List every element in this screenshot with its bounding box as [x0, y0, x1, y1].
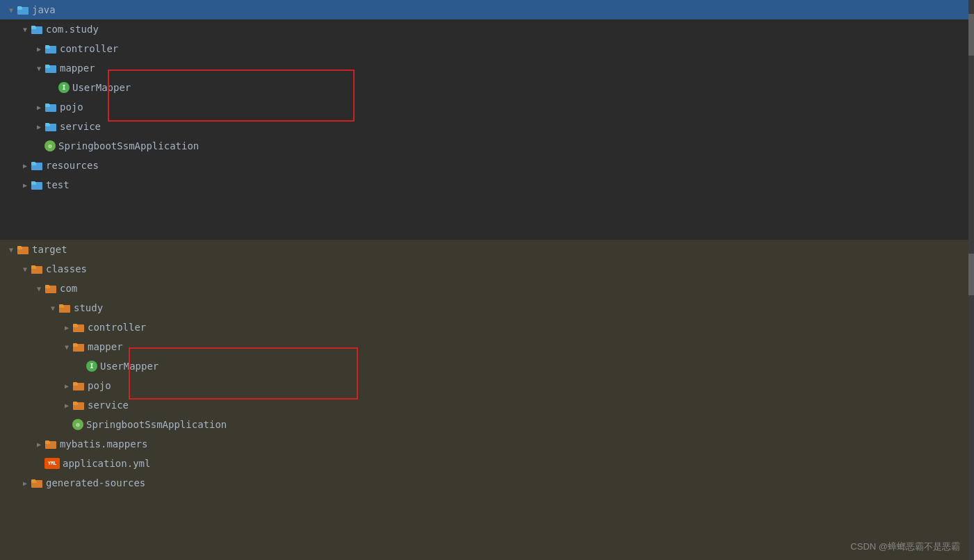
scrollbar-top[interactable]: [968, 0, 974, 240]
label-mapper-top: mapper: [60, 63, 95, 74]
tree-item-application-yml[interactable]: YMLapplication.yml: [0, 454, 974, 473]
svg-rect-26: [17, 246, 22, 248]
svg-rect-50: [45, 440, 49, 443]
svg-rect-53: [31, 479, 35, 481]
tree-item-java[interactable]: java: [0, 0, 974, 19]
tree-item-mapper-bottom[interactable]: mapper: [0, 337, 974, 356]
label-com-study: com.study: [46, 24, 99, 35]
tree-item-com[interactable]: com: [0, 279, 974, 298]
tree-item-pojo-bottom[interactable]: pojo: [0, 376, 974, 395]
svg-rect-2: [17, 6, 22, 8]
label-generated-sources: generated-sources: [46, 477, 145, 488]
label-usermapper-bottom: UserMapper: [100, 361, 159, 372]
label-application-yml: application.yml: [63, 458, 150, 469]
arrow-controller-bottom: [61, 322, 72, 333]
svg-rect-23: [31, 181, 35, 183]
arrow-classes: [19, 263, 31, 274]
folder-icon-mybatis-mappers: [44, 439, 57, 449]
svg-rect-47: [73, 402, 77, 404]
arrow-generated-sources: [19, 477, 31, 488]
folder-icon-java: [17, 5, 29, 15]
tree-item-test[interactable]: test: [0, 175, 974, 195]
label-resources: resources: [46, 160, 99, 171]
svg-rect-38: [73, 324, 77, 326]
label-springboot-top: SpringbootSsmApplication: [58, 140, 199, 151]
label-pojo-bottom: pojo: [88, 380, 111, 391]
tree-item-springboot-bottom[interactable]: ⚙SpringbootSsmApplication: [0, 415, 974, 434]
svg-rect-20: [31, 162, 35, 164]
svg-rect-29: [31, 265, 35, 267]
folder-icon-target: [17, 245, 29, 254]
label-usermapper-top: UserMapper: [72, 82, 131, 93]
tree-item-mapper-top[interactable]: mapper: [0, 58, 974, 78]
label-service-top: service: [60, 121, 101, 132]
svg-rect-41: [73, 343, 77, 345]
arrow-test: [19, 179, 31, 190]
svg-rect-8: [45, 45, 49, 47]
folder-icon-controller-top: [44, 44, 57, 53]
spring-icon-springboot-top: ⚙: [44, 140, 56, 151]
arrow-com-study: [19, 24, 31, 35]
arrow-target: [6, 244, 17, 255]
arrow-mybatis-mappers: [33, 438, 44, 450]
interface-icon-usermapper-bottom: I: [86, 361, 97, 372]
label-study-bottom: study: [74, 302, 103, 313]
folder-icon-service-top: [44, 122, 57, 131]
arrow-resources: [19, 160, 31, 171]
arrow-service-bottom: [61, 400, 72, 411]
folder-icon-resources: [31, 160, 43, 170]
tree-item-generated-sources[interactable]: generated-sources: [0, 473, 974, 493]
folder-icon-generated-sources: [31, 478, 43, 488]
svg-rect-17: [45, 123, 49, 125]
svg-rect-35: [59, 304, 63, 306]
arrow-mapper-bottom: [61, 341, 72, 352]
tree-item-classes[interactable]: classes: [0, 259, 974, 279]
tree-item-service-bottom[interactable]: service: [0, 395, 974, 415]
arrow-com: [33, 283, 44, 294]
bottom-section: target classes com study controller mapp…: [0, 240, 974, 560]
label-pojo-top: pojo: [60, 101, 83, 113]
folder-icon-com-study: [31, 24, 43, 34]
spring-icon-springboot-bottom: ⚙: [72, 419, 83, 430]
tree-item-controller-bottom[interactable]: controller: [0, 318, 974, 337]
tree-item-usermapper-bottom[interactable]: IUserMapper: [0, 356, 974, 376]
tree-item-study-bottom[interactable]: study: [0, 298, 974, 318]
label-mybatis-mappers: mybatis.mappers: [60, 438, 147, 450]
top-section: java com.study controller mapperIUserMap…: [0, 0, 974, 240]
tree-item-mybatis-mappers[interactable]: mybatis.mappers: [0, 434, 974, 454]
tree-item-usermapper-top[interactable]: IUserMapper: [0, 78, 974, 97]
tree-item-com-study[interactable]: com.study: [0, 19, 974, 39]
scrollbar-bottom[interactable]: [968, 240, 974, 560]
label-test: test: [46, 179, 70, 190]
svg-rect-44: [73, 382, 77, 384]
label-mapper-bottom: mapper: [88, 341, 123, 352]
arrow-controller-top: [33, 43, 44, 54]
folder-icon-mapper-bottom: [72, 342, 85, 352]
tree-item-target[interactable]: target: [0, 240, 974, 259]
label-classes: classes: [46, 263, 87, 274]
folder-icon-com: [44, 283, 57, 293]
tree-item-controller-top[interactable]: controller: [0, 39, 974, 58]
label-springboot-bottom: SpringbootSsmApplication: [86, 419, 227, 430]
svg-rect-11: [45, 65, 49, 67]
svg-rect-32: [45, 285, 49, 287]
arrow-java: [6, 4, 17, 15]
folder-icon-study-bottom: [58, 303, 71, 313]
tree-item-pojo-top[interactable]: pojo: [0, 97, 974, 117]
label-controller-top: controller: [60, 43, 118, 54]
arrow-service-top: [33, 121, 44, 132]
folder-icon-test: [31, 180, 43, 190]
folder-icon-mapper-top: [44, 63, 57, 73]
interface-icon-usermapper-top: I: [58, 82, 70, 93]
arrow-study-bottom: [47, 302, 58, 313]
tree-item-resources[interactable]: resources: [0, 156, 974, 175]
label-java: java: [32, 4, 56, 15]
tree-item-springboot-top[interactable]: ⚙SpringbootSsmApplication: [0, 136, 974, 156]
watermark: CSDN @蟑螂恶霸不是恶霸: [850, 541, 960, 553]
folder-icon-pojo-bottom: [72, 381, 85, 390]
svg-rect-14: [45, 104, 49, 106]
tree-item-service-top[interactable]: service: [0, 117, 974, 136]
svg-rect-5: [31, 26, 35, 28]
arrow-pojo-top: [33, 101, 44, 113]
label-controller-bottom: controller: [88, 322, 146, 333]
